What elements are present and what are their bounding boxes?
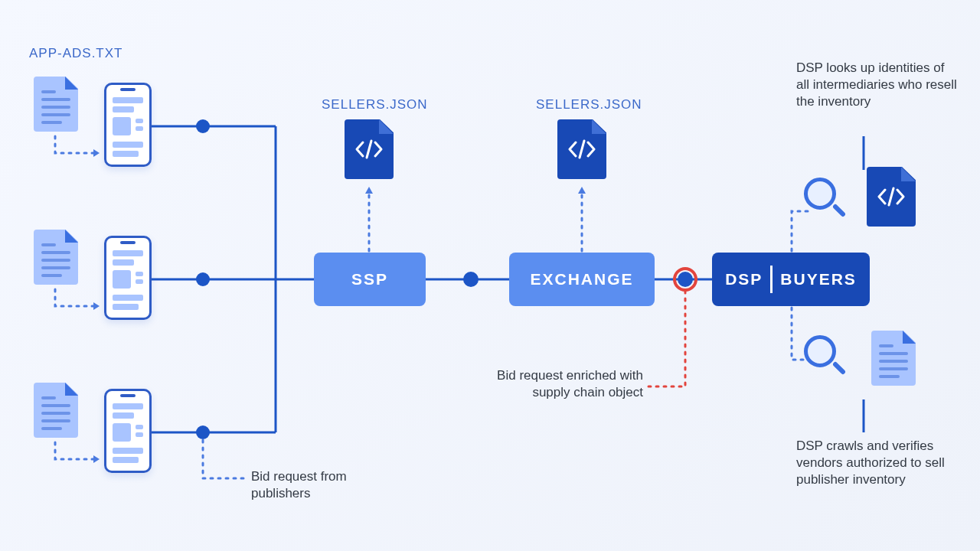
svg-point-0 <box>196 119 210 133</box>
code-file-icon <box>867 167 916 227</box>
phone-icon <box>104 389 152 473</box>
sellers-json-label-2: SELLERS.JSON <box>536 97 642 112</box>
sellers-json-label-1: SELLERS.JSON <box>322 97 428 112</box>
exchange-node-label: EXCHANGE <box>530 270 633 289</box>
svg-point-1 <box>196 272 210 286</box>
phone-icon <box>104 83 152 167</box>
dsp-lookup-text: DSP looks up identities of all intermedi… <box>796 60 957 110</box>
document-icon <box>871 331 916 386</box>
magnifier-icon <box>804 335 850 381</box>
dsp-crawl-text: DSP crawls and verifies vendors authoriz… <box>796 438 957 488</box>
code-file-icon <box>345 119 394 179</box>
svg-point-4 <box>678 272 693 287</box>
document-icon <box>34 77 78 132</box>
ssp-node: SSP <box>314 253 426 306</box>
bid-request-publishers-text: Bid request from publishers <box>251 468 397 502</box>
svg-point-2 <box>196 425 210 439</box>
svg-point-3 <box>463 272 479 287</box>
exchange-node: EXCHANGE <box>509 253 655 306</box>
document-icon <box>34 383 78 438</box>
app-ads-txt-label: APP-ADS.TXT <box>29 46 122 61</box>
dsp-label: DSP <box>725 270 763 289</box>
divider-icon <box>770 266 773 293</box>
code-file-icon <box>557 119 606 179</box>
magnifier-icon <box>804 178 850 223</box>
bid-request-enriched-text: Bid request enriched with supply chain o… <box>459 367 643 401</box>
buyers-label: BUYERS <box>780 270 857 289</box>
dsp-buyers-node: DSP BUYERS <box>712 253 870 306</box>
phone-icon <box>104 236 152 320</box>
ssp-node-label: SSP <box>351 270 388 289</box>
svg-point-5 <box>675 269 696 290</box>
document-icon <box>34 230 78 285</box>
